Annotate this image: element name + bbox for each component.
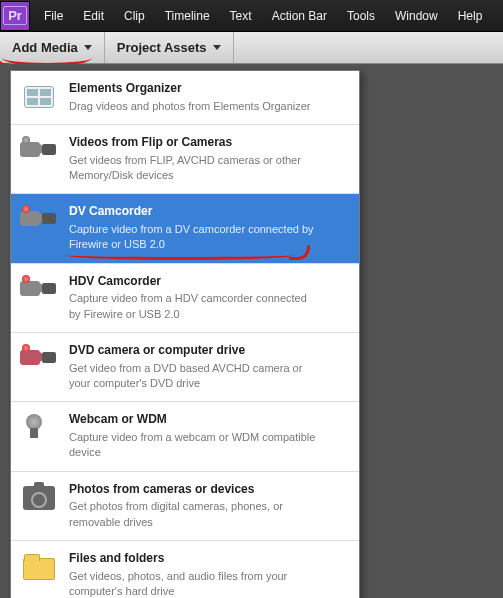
menu-file[interactable]: File bbox=[34, 3, 73, 29]
add-media-dropdown: Elements Organizer Drag videos and photo… bbox=[10, 70, 360, 598]
item-title: Photos from cameras or devices bbox=[69, 482, 349, 498]
organizer-icon bbox=[19, 81, 59, 113]
item-desc: Drag videos and photos from Elements Org… bbox=[69, 99, 319, 114]
item-desc: Get videos from FLIP, AVCHD cameras or o… bbox=[69, 153, 319, 184]
chevron-down-icon bbox=[84, 45, 92, 50]
menu-clip[interactable]: Clip bbox=[114, 3, 155, 29]
project-assets-label: Project Assets bbox=[117, 40, 207, 55]
app-icon: Pr bbox=[0, 1, 30, 31]
item-title: Files and folders bbox=[69, 551, 349, 567]
camera-photo-icon bbox=[19, 482, 59, 514]
annotation-underline bbox=[65, 254, 295, 260]
item-title: DVD camera or computer drive bbox=[69, 343, 349, 359]
add-media-label: Add Media bbox=[12, 40, 78, 55]
item-title: HDV Camcorder bbox=[69, 274, 349, 290]
workspace: Elements Organizer Drag videos and photo… bbox=[0, 64, 503, 598]
menu-tools[interactable]: Tools bbox=[337, 3, 385, 29]
dropdown-item-webcam[interactable]: Webcam or WDM Capture video from a webca… bbox=[11, 402, 359, 471]
camera-icon bbox=[19, 135, 59, 167]
dropdown-item-hdv-camcorder[interactable]: HDV Camcorder Capture video from a HDV c… bbox=[11, 264, 359, 333]
menu-timeline[interactable]: Timeline bbox=[155, 3, 220, 29]
item-desc: Capture video from a webcam or WDM compa… bbox=[69, 430, 319, 461]
item-desc: Get videos, photos, and audio files from… bbox=[69, 569, 319, 598]
menu-help[interactable]: Help bbox=[448, 3, 493, 29]
webcam-icon bbox=[19, 412, 59, 444]
dvd-camera-icon bbox=[19, 343, 59, 375]
dropdown-item-files-folders[interactable]: Files and folders Get videos, photos, an… bbox=[11, 541, 359, 598]
toolbar: Add Media Project Assets bbox=[0, 32, 503, 64]
folder-icon bbox=[19, 551, 59, 583]
chevron-down-icon bbox=[213, 45, 221, 50]
item-desc: Capture video from a DV camcorder connec… bbox=[69, 222, 319, 253]
menu-window[interactable]: Window bbox=[385, 3, 448, 29]
menu-bar: File Edit Clip Timeline Text Action Bar … bbox=[34, 3, 492, 29]
camcorder-icon bbox=[19, 274, 59, 306]
menu-actionbar[interactable]: Action Bar bbox=[262, 3, 337, 29]
item-title: Videos from Flip or Cameras bbox=[69, 135, 349, 151]
dropdown-item-dvd-camera[interactable]: DVD camera or computer drive Get video f… bbox=[11, 333, 359, 402]
dropdown-item-flip-cameras[interactable]: Videos from Flip or Cameras Get videos f… bbox=[11, 125, 359, 194]
item-desc: Capture video from a HDV camcorder conne… bbox=[69, 291, 319, 322]
project-assets-button[interactable]: Project Assets bbox=[105, 32, 234, 63]
dropdown-item-elements-organizer[interactable]: Elements Organizer Drag videos and photo… bbox=[11, 71, 359, 125]
item-desc: Get video from a DVD based AVCHD camera … bbox=[69, 361, 319, 392]
camcorder-icon bbox=[19, 204, 59, 236]
menu-edit[interactable]: Edit bbox=[73, 3, 114, 29]
title-bar: Pr File Edit Clip Timeline Text Action B… bbox=[0, 0, 503, 32]
dropdown-item-dv-camcorder[interactable]: DV Camcorder Capture video from a DV cam… bbox=[11, 194, 359, 263]
add-media-button[interactable]: Add Media bbox=[0, 32, 105, 63]
item-title: DV Camcorder bbox=[69, 204, 349, 220]
menu-text[interactable]: Text bbox=[220, 3, 262, 29]
item-title: Webcam or WDM bbox=[69, 412, 349, 428]
dropdown-item-photos[interactable]: Photos from cameras or devices Get photo… bbox=[11, 472, 359, 541]
item-title: Elements Organizer bbox=[69, 81, 349, 97]
item-desc: Get photos from digital cameras, phones,… bbox=[69, 499, 319, 530]
